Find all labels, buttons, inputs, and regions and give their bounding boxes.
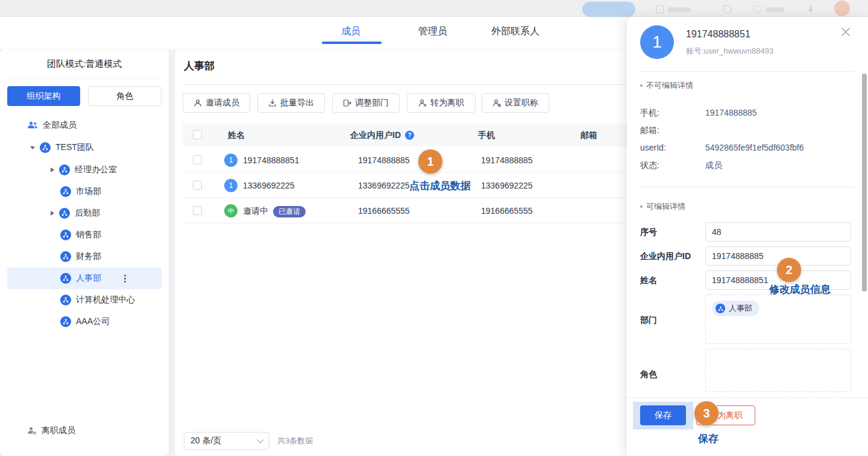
chevron-down-icon: [257, 436, 263, 443]
tab-admins[interactable]: 管理员: [418, 22, 447, 40]
close-icon[interactable]: [839, 25, 852, 39]
serial-input[interactable]: [705, 222, 851, 242]
table-row[interactable]: 中 邀请中已邀请 19166665555 19166665555: [183, 198, 627, 223]
sidebar-item-label: 全部成员: [43, 120, 77, 131]
org-icon: [60, 273, 71, 284]
member-userid: 19166665555: [358, 198, 410, 223]
org-icon: [59, 164, 70, 175]
divider: [640, 187, 855, 187]
field-label-userid: 企业内用户ID: [640, 251, 691, 262]
panel-scrollbar[interactable]: [862, 73, 867, 292]
tree-item-computer-center[interactable]: 计算机处理中心: [0, 289, 169, 311]
button-label: 调整部门: [355, 98, 389, 108]
tree-item-label: AAA公司: [76, 316, 110, 327]
divider: [627, 398, 868, 398]
annotation-step-3-label: 保存: [698, 432, 719, 446]
field-label-name: 姓名: [640, 275, 657, 286]
save-button-highlight: 保存: [633, 402, 693, 429]
tree-item-logistics[interactable]: 后勤部: [0, 202, 169, 224]
tree-item-finance[interactable]: 财务部: [0, 246, 169, 267]
readonly-field-label: 状态:: [640, 159, 659, 171]
active-tab-underline: [322, 42, 382, 44]
person-gear-icon: [492, 99, 501, 107]
tree-item-label: 财务部: [76, 251, 101, 262]
page-size-select[interactable]: 20 条/页: [184, 432, 269, 450]
sidebar-item-resigned-members[interactable]: 离职成员: [0, 420, 169, 442]
table-header: 姓名 企业内用户ID ? 手机 邮箱: [183, 123, 627, 146]
role-button[interactable]: 角色: [88, 86, 162, 106]
save-button[interactable]: 保存: [640, 405, 686, 425]
person-x-icon: [418, 99, 427, 107]
readonly-field-value: 19174888885: [705, 107, 757, 119]
annotation-step-1-label: 点击成员数据: [409, 179, 471, 193]
department-chip[interactable]: 人事部: [712, 301, 760, 316]
member-userid: 19174888885: [358, 148, 410, 173]
row-checkbox[interactable]: [193, 155, 202, 164]
department-chip-label: 人事部: [729, 303, 752, 314]
column-header-phone: 手机: [478, 123, 495, 146]
row-checkbox[interactable]: [193, 181, 202, 190]
caret-right-icon[interactable]: [51, 167, 54, 172]
sidebar-item-all-members[interactable]: 全部成员: [0, 114, 169, 136]
column-header-email: 邮箱: [580, 123, 597, 146]
button-label: 邀请成员: [206, 98, 239, 108]
divider: [640, 71, 855, 72]
download-icon: [268, 99, 277, 107]
tree-item-label: 后勤部: [75, 208, 100, 219]
person-icon: [193, 99, 202, 107]
org-icon: [60, 251, 71, 262]
person-leave-icon: [27, 426, 37, 435]
tab-external-contacts[interactable]: 外部联系人: [491, 22, 539, 40]
role-picker[interactable]: [705, 349, 851, 392]
tree-item-label: 经理办公室: [75, 164, 117, 175]
org-structure-button[interactable]: 组织架构: [7, 86, 80, 106]
divider: [7, 78, 162, 79]
tree-item-aaa-company[interactable]: AAA公司: [0, 311, 169, 333]
topbar-label-placeholder: [668, 7, 691, 12]
org-icon: [60, 316, 71, 327]
column-header-name: 姓名: [228, 123, 245, 146]
department-picker[interactable]: 人事部: [705, 295, 851, 344]
tree-item-marketing[interactable]: 市场部: [0, 181, 169, 202]
member-detail-title: 191748888851: [686, 29, 750, 40]
tree-item-test-team[interactable]: TEST团队: [0, 137, 169, 158]
caret-down-icon[interactable]: [30, 146, 35, 149]
invited-badge: 已邀请: [273, 206, 306, 217]
table-row[interactable]: 1 13369692225 13369692225 13369692225: [183, 173, 627, 198]
more-menu-icon[interactable]: [124, 275, 126, 283]
annotation-step-1: 1: [418, 149, 442, 173]
tree-item-manager-office[interactable]: 经理办公室: [0, 159, 169, 181]
row-checkbox[interactable]: [193, 206, 202, 215]
batch-export-button[interactable]: 批量导出: [257, 93, 325, 113]
member-userid: 13369692225: [358, 173, 410, 198]
member-account-label: 账号:user_hwwuvn88493: [686, 46, 773, 57]
tree-item-sales[interactable]: 销售部: [0, 224, 169, 246]
caret-right-icon[interactable]: [51, 211, 54, 216]
select-all-checkbox[interactable]: [193, 130, 202, 139]
top-bar: [0, 0, 868, 17]
tree-item-label: 销售部: [76, 230, 101, 240]
help-icon[interactable]: ?: [405, 131, 414, 140]
tree-item-label: 人事部: [76, 273, 101, 284]
adjust-department-button[interactable]: 调整部门: [332, 93, 400, 113]
member-name[interactable]: 191748888851: [243, 148, 299, 173]
org-icon: [60, 186, 71, 197]
member-name[interactable]: 邀请中已邀请: [243, 198, 306, 223]
userid-input[interactable]: [705, 246, 851, 266]
sidebar-item-label: 离职成员: [42, 425, 75, 436]
topbar-primary-button: [582, 2, 635, 17]
member-phone: 19174888885: [481, 148, 533, 173]
member-phone: 19166665555: [481, 198, 533, 223]
table-row[interactable]: 1 191748888851 19174888885 19174888885: [183, 148, 627, 173]
set-title-button[interactable]: 设置职称: [482, 93, 549, 113]
invite-member-button[interactable]: 邀请成员: [183, 93, 250, 113]
member-name[interactable]: 13369692225: [243, 173, 295, 198]
tab-members[interactable]: 成员: [341, 22, 360, 40]
help-circle-icon: [753, 5, 761, 13]
editable-section-header: 可编辑详情: [640, 201, 685, 212]
download-arrow-icon: [810, 5, 811, 11]
tree-item-hr-selected[interactable]: 人事部: [7, 267, 162, 289]
tree-item-label: 市场部: [76, 186, 101, 197]
set-resigned-button[interactable]: 转为离职: [407, 93, 476, 113]
move-out-icon: [343, 99, 351, 107]
